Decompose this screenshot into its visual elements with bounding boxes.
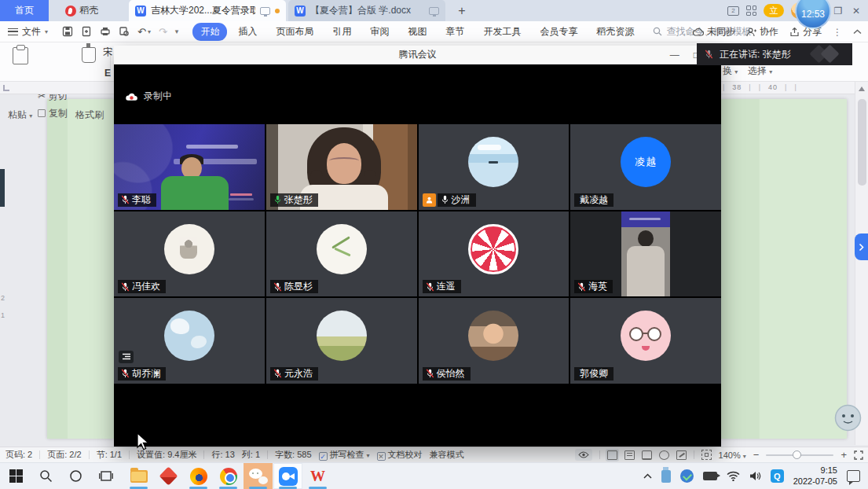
participant-tile[interactable]: 侯怡然 (419, 298, 570, 384)
ribbon-tab-membership[interactable]: 会员专享 (532, 23, 585, 41)
tab-home[interactable]: 首页 (0, 0, 49, 21)
format-painter-button[interactable]: 格式刷 (75, 108, 104, 122)
status-pages[interactable]: 页面: 2/2 (47, 449, 81, 461)
participant-tile[interactable]: 沙洲 (419, 124, 570, 210)
ribbon-tab-docer-resources[interactable]: 稻壳资源 (588, 23, 642, 41)
meeting-title-bar[interactable]: 腾讯会议 — □ (114, 46, 721, 64)
meeting-minimize-button[interactable]: — (670, 50, 679, 61)
ribbon-tab-review[interactable]: 审阅 (362, 23, 397, 41)
export-pdf-icon[interactable] (81, 26, 92, 37)
zoom-slider-knob[interactable] (793, 450, 801, 459)
vertical-scrollbar[interactable] (855, 82, 868, 445)
scroll-up-arrow[interactable] (859, 86, 865, 91)
vip-badge[interactable]: 立 (764, 4, 784, 17)
participant-tile[interactable]: 李聪 (114, 124, 265, 210)
zoom-out-button[interactable]: − (753, 449, 760, 461)
zoom-in-button[interactable]: + (841, 449, 847, 461)
screen-recorder-icon[interactable] (703, 472, 717, 480)
fullscreen-icon[interactable] (854, 450, 863, 460)
undo-button[interactable]: ↶▾ (137, 26, 151, 38)
more-options-icon[interactable]: ⋮ (833, 27, 842, 38)
scrollbar-thumb[interactable] (858, 99, 866, 186)
cortana-button[interactable] (61, 463, 90, 489)
task-view-button[interactable] (91, 463, 120, 489)
participant-tile[interactable]: 元永浩 (266, 298, 417, 384)
copy-button[interactable]: 复制 (38, 107, 68, 120)
view-web-layout-button[interactable] (659, 450, 669, 460)
sync-status[interactable]: 未同步 (692, 25, 735, 39)
participant-tile[interactable]: 冯佳欢 (114, 211, 265, 297)
wechat-button[interactable] (244, 463, 273, 489)
input-method-icon[interactable]: Q (771, 469, 784, 483)
zoom-slider[interactable] (766, 454, 833, 456)
participant-tile[interactable]: 陈昱杉 (266, 211, 417, 297)
red-book-app-button[interactable] (154, 463, 183, 489)
paste-icon[interactable] (13, 47, 28, 64)
security-shield-icon[interactable] (680, 469, 694, 483)
taskbar-clock[interactable]: 9:15 2022-07-05 (793, 465, 837, 487)
action-center-icon[interactable] (847, 470, 860, 482)
view-read-mode-button[interactable] (642, 450, 652, 460)
usb-device-icon[interactable] (661, 470, 671, 483)
ribbon-tab-developer[interactable]: 开发工具 (475, 23, 529, 41)
view-page-mode-button[interactable] (607, 450, 617, 460)
ribbon-tab-references[interactable]: 引用 (324, 23, 359, 41)
customize-qat-icon[interactable]: ▾ (175, 28, 179, 35)
collapse-ribbon-icon[interactable] (853, 29, 862, 35)
chrome-button[interactable] (214, 463, 243, 489)
close-button[interactable]: ✕ (851, 6, 862, 17)
view-ink-button[interactable] (676, 450, 687, 460)
paste-button[interactable]: 粘贴 ▾ (8, 108, 32, 122)
layout-list-icon[interactable] (119, 351, 134, 363)
document-page[interactable] (721, 99, 847, 439)
participant-tile[interactable]: 海英 (570, 211, 721, 297)
tab-docer[interactable]: 稻壳 (49, 0, 115, 21)
save-icon[interactable] (62, 26, 73, 37)
new-tab-button[interactable]: + (450, 0, 474, 21)
participant-tile[interactable]: 张楚彤 (266, 124, 417, 210)
participant-nameplate: 沙洲 (423, 193, 476, 207)
document-tab-inactive[interactable]: W 【夏令营】合版 学.docx (288, 0, 445, 21)
ribbon-tab-insert[interactable]: 插入 (230, 23, 265, 41)
tray-expand-button[interactable] (643, 473, 652, 479)
document-tab-active[interactable]: W 吉林大学202...夏令营录取名单 (129, 0, 286, 21)
collaborate-button[interactable]: 协作 (746, 25, 778, 39)
file-explorer-button[interactable] (124, 463, 153, 489)
file-menu[interactable]: 文件 ▾ (0, 25, 56, 39)
ribbon-tab-section[interactable]: 章节 (438, 23, 472, 41)
print-preview-icon[interactable] (119, 26, 130, 37)
side-panel-handle[interactable] (0, 169, 5, 207)
print-icon[interactable] (100, 26, 111, 37)
participant-tile[interactable]: 凌越 戴凌越 (570, 124, 721, 210)
fit-page-button[interactable] (701, 450, 712, 460)
eye-protection-button[interactable] (575, 449, 592, 461)
document-page[interactable] (47, 99, 114, 439)
redo-button[interactable]: ↷ (159, 26, 167, 38)
ribbon-tab-page-layout[interactable]: 页面布局 (268, 23, 321, 41)
ribbon-tab-home[interactable]: 开始 (192, 23, 227, 41)
view-outline-button[interactable] (624, 450, 635, 460)
workspace-grid-icon[interactable] (746, 6, 756, 16)
format-painter-icon[interactable] (82, 47, 96, 63)
taskbar-search-button[interactable] (31, 463, 60, 489)
participant-tile[interactable]: 郭俊卿 (570, 298, 721, 384)
wifi-icon[interactable] (727, 471, 740, 481)
zoom-level[interactable]: 140% ▾ (719, 450, 746, 460)
spellcheck-toggle[interactable]: ✓拼写检查 ▾ (319, 449, 370, 461)
volume-icon[interactable] (749, 471, 761, 481)
restore-button[interactable]: ❐ (833, 6, 844, 17)
select-menu[interactable]: 选择 ▾ (748, 64, 772, 78)
assistant-floating-button[interactable] (834, 404, 862, 435)
convert-menu[interactable]: 换 ▾ (723, 64, 738, 78)
start-button[interactable] (2, 463, 31, 489)
ribbon-tab-view[interactable]: 视图 (400, 23, 434, 41)
side-panel-expander[interactable] (855, 233, 868, 260)
wps-button[interactable]: W (303, 463, 332, 489)
participant-tile[interactable]: 胡乔澜 (114, 298, 265, 384)
tencent-meeting-button[interactable] (273, 463, 302, 489)
window-arrange-icon[interactable]: 2 (727, 6, 739, 16)
status-word-count[interactable]: 字数: 585 (275, 449, 311, 461)
firefox-button[interactable] (184, 463, 213, 489)
participant-tile[interactable]: 连遥 (419, 211, 570, 297)
proofread-button[interactable]: ✕文档校对 (377, 449, 423, 461)
